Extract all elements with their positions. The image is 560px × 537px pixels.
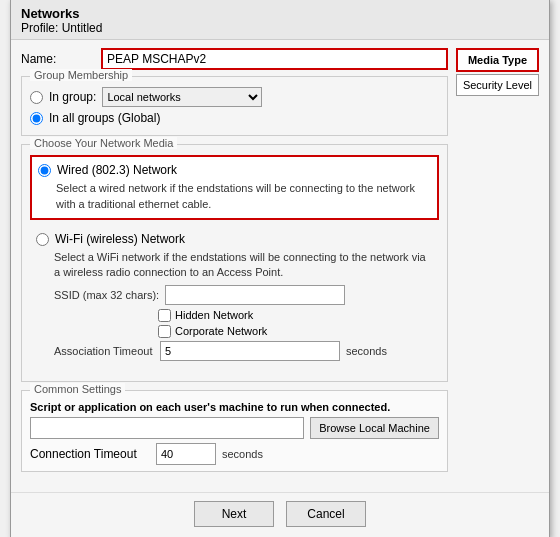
group-membership-title: Group Membership: [30, 69, 132, 81]
connection-timeout-input[interactable]: [156, 443, 216, 465]
wifi-desc: Select a WiFi network if the endstations…: [54, 250, 433, 281]
ssid-row: SSID (max 32 chars):: [54, 285, 433, 305]
script-row: Browse Local Machine: [30, 417, 439, 439]
corporate-network-checkbox[interactable]: [158, 325, 171, 338]
wifi-sub-form: SSID (max 32 chars): Hidden Network Corp…: [54, 285, 433, 361]
in-group-label: In group:: [49, 90, 96, 104]
all-groups-row: In all groups (Global): [30, 111, 439, 125]
hidden-network-checkbox[interactable]: [158, 309, 171, 322]
wired-label: Wired (802.3) Network: [57, 163, 177, 177]
window-title: Networks: [21, 6, 539, 21]
main-content: Name: Group Membership In group: Local n…: [21, 48, 448, 480]
name-input[interactable]: [101, 48, 448, 70]
in-group-row: In group: Local networks: [30, 87, 439, 107]
all-groups-label: In all groups (Global): [49, 111, 160, 125]
hidden-network-label: Hidden Network: [175, 309, 253, 321]
browse-local-machine-button[interactable]: Browse Local Machine: [310, 417, 439, 439]
main-window: Networks Profile: Untitled Name: Group M…: [10, 0, 550, 537]
profile-label: Profile:: [21, 21, 58, 35]
ssid-label: SSID (max 32 chars):: [54, 289, 159, 301]
corporate-network-row: Corporate Network: [158, 325, 433, 338]
association-timeout-label: Association Timeout: [54, 345, 154, 357]
in-group-select[interactable]: Local networks: [102, 87, 262, 107]
profile-subtitle: Profile: Untitled: [21, 21, 539, 35]
ssid-input[interactable]: [165, 285, 345, 305]
connection-timeout-row: Connection Timeout seconds: [30, 443, 439, 465]
wired-radio[interactable]: [38, 164, 51, 177]
in-group-radio[interactable]: [30, 91, 43, 104]
profile-name: Untitled: [62, 21, 103, 35]
window-title-area: Networks Profile: Untitled: [11, 0, 549, 40]
wired-desc: Select a wired network if the endstation…: [56, 181, 431, 212]
common-settings-title: Common Settings: [30, 383, 125, 395]
script-input[interactable]: [30, 417, 304, 439]
connection-timeout-label: Connection Timeout: [30, 447, 150, 461]
association-timeout-input[interactable]: [160, 341, 340, 361]
network-media-section: Choose Your Network Media Wired (802.3) …: [21, 144, 448, 382]
wifi-radio-row: Wi-Fi (wireless) Network: [36, 232, 433, 246]
name-row: Name:: [21, 48, 448, 70]
name-label: Name:: [21, 52, 101, 66]
footer: Next Cancel: [11, 492, 549, 537]
script-description: Script or application on each user's mac…: [30, 401, 439, 413]
tab-media-type[interactable]: Media Type: [456, 48, 539, 72]
network-media-title: Choose Your Network Media: [30, 137, 177, 149]
common-settings-section: Common Settings Script or application on…: [21, 390, 448, 472]
side-tabs: Media Type Security Level: [456, 48, 539, 480]
connection-seconds-label: seconds: [222, 448, 263, 460]
group-membership-section: Group Membership In group: Local network…: [21, 76, 448, 136]
tab-security-level[interactable]: Security Level: [456, 74, 539, 96]
next-button[interactable]: Next: [194, 501, 274, 527]
association-timeout-row: Association Timeout seconds: [54, 341, 433, 361]
window-body: Name: Group Membership In group: Local n…: [11, 40, 549, 488]
all-groups-radio[interactable]: [30, 112, 43, 125]
common-settings-body: Script or application on each user's mac…: [30, 401, 439, 465]
wired-option: Wired (802.3) Network Select a wired net…: [30, 155, 439, 220]
corporate-network-label: Corporate Network: [175, 325, 267, 337]
wired-radio-row: Wired (802.3) Network: [38, 163, 431, 177]
cancel-button[interactable]: Cancel: [286, 501, 366, 527]
association-seconds-label: seconds: [346, 345, 387, 357]
wifi-option: Wi-Fi (wireless) Network Select a WiFi n…: [30, 226, 439, 371]
hidden-network-row: Hidden Network: [158, 309, 433, 322]
wifi-label: Wi-Fi (wireless) Network: [55, 232, 185, 246]
wifi-radio[interactable]: [36, 233, 49, 246]
